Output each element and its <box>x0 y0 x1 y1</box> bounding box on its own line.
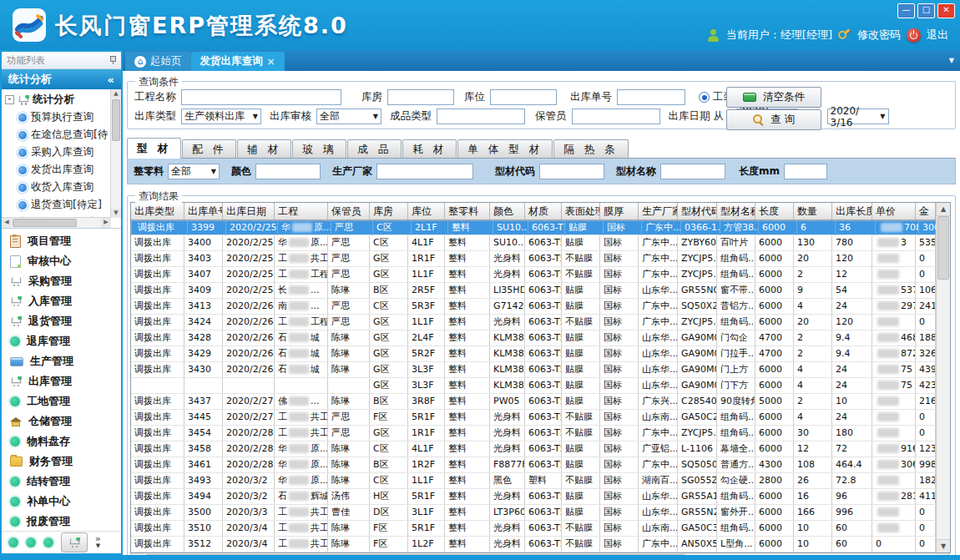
tree-item[interactable]: 采购入库查询 <box>3 144 110 161</box>
column-header-数量[interactable]: 数量 <box>794 203 832 219</box>
sidebar-item-入库管理[interactable]: 入库管理 <box>2 291 121 311</box>
location-input[interactable] <box>490 89 557 105</box>
sidebar-item-审核中心[interactable]: 审核中心 <box>2 251 121 271</box>
sidebar-item-仓储管理[interactable]: 仓储管理 <box>2 411 121 431</box>
sidebar-item-工地管理[interactable]: 工地管理 <box>2 391 121 411</box>
table-row[interactable]: 调拨出库34542020/2/28工共工程严思G区1R1F整料光身料6063-T… <box>131 426 936 441</box>
table-row[interactable]: 调拨出库34092020/2/25长...陈琳B区2R5F整料LI35HD606… <box>131 283 936 299</box>
sidebar-item-退货管理[interactable]: 退货管理 <box>2 311 121 331</box>
sidebar-item-退库管理[interactable]: 退库管理 <box>2 331 121 351</box>
tree-item[interactable]: 发货出库查询 <box>3 161 110 179</box>
close-button[interactable]: ✕ <box>937 3 955 18</box>
table-row[interactable]: 调拨出库34582020/2/28华原...陈琳C区4L1F整料光身料6063-… <box>131 441 936 457</box>
tree-root[interactable]: - 统计分析 <box>3 91 110 108</box>
sidebar-item-出库管理[interactable]: 出库管理 <box>2 371 121 391</box>
sidebar-item-项目管理[interactable]: 项目管理 <box>2 231 121 251</box>
scroll-up-icon[interactable]: ▲ <box>111 89 121 98</box>
table-row[interactable]: 调拨出库34242020/2/26工工程严思G区1L1F整料光身料6063-T5… <box>131 315 936 330</box>
material-tab-1[interactable]: 型 材 <box>127 138 181 159</box>
date-to-picker[interactable]: 2020/ 3/16▼ <box>827 108 889 124</box>
tree-vertical-scrollbar[interactable]: ▲ ▼ <box>110 89 121 218</box>
scrollbar-thumb[interactable] <box>13 219 77 227</box>
column-header-金[interactable]: 金 <box>916 203 936 219</box>
column-header-型材名称[interactable]: 型材名称 <box>717 203 755 219</box>
table-row[interactable]: 调拨出库34302020/2/26石城陈琳G区3L3F整料KLM38176063… <box>131 362 936 378</box>
material-tab-2[interactable]: 配 件 <box>182 139 236 158</box>
collapse-icon[interactable]: « <box>108 73 114 86</box>
green-dot-icon[interactable] <box>26 537 36 547</box>
zhengling-select[interactable]: 全部▼ <box>168 164 220 179</box>
table-row[interactable]: 调拨出库34002020/2/25华原...严思C区4L1F整料SU10...6… <box>131 235 936 251</box>
scrollbar-thumb[interactable] <box>112 99 120 141</box>
column-header-表面处理[interactable]: 表面处理 <box>562 203 600 219</box>
column-header-长度[interactable]: 长度 <box>755 203 794 219</box>
material-tab-7[interactable]: 单 体 型 材 <box>457 139 553 158</box>
order-no-input[interactable] <box>617 89 685 105</box>
logout-button[interactable]: 退出 <box>927 28 948 43</box>
column-header-出库单号[interactable]: 出库单号 <box>184 203 223 219</box>
material-tab-4[interactable]: 玻 璃 <box>292 139 346 158</box>
column-header-出库长度[interactable]: 出库长度 <box>832 203 872 219</box>
tree-item[interactable]: 收货入库查询 <box>3 179 110 196</box>
keeper-input[interactable] <box>572 108 660 124</box>
material-tab-6[interactable]: 耗 材 <box>402 139 457 158</box>
green-dot-icon[interactable] <box>43 537 53 547</box>
sidebar-item-生产管理[interactable]: 生产管理 <box>2 351 121 371</box>
minimize-button[interactable]: — <box>897 3 915 18</box>
table-row[interactable]: 调拨出库34452020/2/27工共工程严思F区5R1F整料光身料6063-T… <box>131 410 936 426</box>
column-header-库房[interactable]: 库房 <box>370 203 408 219</box>
scroll-down-icon[interactable]: ▼ <box>937 539 950 552</box>
maximize-button[interactable]: □ <box>917 3 935 18</box>
sidebar-item-报废管理[interactable]: 报废管理 <box>2 512 121 531</box>
table-row[interactable]: 调拨出库35102020/3/4工共工程陈琳F区5R1F整料光身料6063-T5… <box>131 521 936 537</box>
table-row[interactable]: 调拨出库35122020/3/4工共工程陈琳F区1L2F整料光身料6063-T5… <box>131 537 936 552</box>
cart-shortcut-button[interactable] <box>61 532 88 552</box>
warehouse-input[interactable] <box>387 89 454 105</box>
material-tab-5[interactable]: 成 品 <box>347 139 402 158</box>
column-header-膜厚[interactable]: 膜厚 <box>600 203 639 219</box>
radio-gongzhuang[interactable] <box>699 92 710 103</box>
overflow-chevron[interactable]: »▼ <box>95 536 101 549</box>
section-header[interactable]: 统计分析 « <box>2 69 121 89</box>
grid-vertical-scrollbar[interactable]: ▲ ▼ <box>936 203 950 552</box>
column-header-单价[interactable]: 单价 <box>872 203 916 219</box>
scrollbar-track[interactable] <box>12 218 101 228</box>
column-header-颜色[interactable]: 颜色 <box>490 203 525 219</box>
tree-item[interactable]: 在途信息查询[待 <box>3 126 110 144</box>
tree-item[interactable]: 退货查询[待定] <box>3 196 110 214</box>
outbound-type-select[interactable]: 生产领料出库▼ <box>181 108 261 124</box>
scroll-right-icon[interactable]: ▶ <box>101 218 111 228</box>
project-name-input[interactable] <box>181 89 341 105</box>
column-header-保管员[interactable]: 保管员 <box>328 203 370 219</box>
column-header-生产厂家[interactable]: 生产厂家 <box>639 203 678 219</box>
scroll-up-icon[interactable]: ▲ <box>937 203 950 216</box>
profile-code-input[interactable] <box>539 164 604 179</box>
length-input[interactable] <box>784 164 827 179</box>
column-header-工程[interactable]: 工程 <box>275 203 328 219</box>
table-row[interactable]: 调拨出库34282020/2/26石城陈琳G区2L4F整料KLM38176063… <box>131 330 936 346</box>
table-row[interactable]: 调拨出库34942020/3/2石辉城汤伟H区5R1F整料光身料6063-T5贴… <box>131 489 936 505</box>
sidebar-item-财务管理[interactable]: 财务管理 <box>2 452 121 472</box>
table-row[interactable]: 调拨出库33992020/2/25华原...严思C区2L1F整料SU10...6… <box>131 220 936 235</box>
pin-icon[interactable] <box>109 56 116 64</box>
table-row[interactable]: 调拨出库34612020/2/28华原...陈琳B区1R2F整料F8877FT6… <box>131 457 936 473</box>
search-button[interactable]: 查 询 <box>726 109 821 130</box>
sidebar-item-物料盘存[interactable]: 物料盘存 <box>2 431 121 452</box>
table-row[interactable]: 调拨出库34292020/2/26石城陈琳G区5R2F整料KLM38176063… <box>131 346 936 362</box>
green-dot-icon[interactable] <box>8 537 18 547</box>
scrollbar-thumb[interactable] <box>937 216 949 280</box>
table-row[interactable]: 调拨出库35002020/3/3工共工程曹佳D区3L1F整料LT3P606063… <box>131 505 936 521</box>
tab-close-icon[interactable]: × <box>267 56 275 68</box>
column-header-库位[interactable]: 库位 <box>408 203 445 219</box>
clear-conditions-button[interactable]: 清空条件 <box>726 87 821 108</box>
scroll-left-icon[interactable]: ◀ <box>2 218 12 228</box>
column-header-出库类型[interactable]: 出库类型 <box>131 203 184 219</box>
column-header-整零料[interactable]: 整零料 <box>445 203 490 219</box>
manufacturer-input[interactable] <box>376 164 473 179</box>
sidebar-item-补单中心[interactable]: 补单中心 <box>2 492 121 512</box>
product-type-input[interactable] <box>437 108 525 124</box>
tab-shipment-query[interactable]: 发货出库查询 × <box>191 52 285 71</box>
material-tab-8[interactable]: 隔 热 条 <box>553 139 628 158</box>
change-password-button[interactable]: 修改密码 <box>857 28 901 43</box>
column-header-型材代码[interactable]: 型材代码 <box>678 203 717 219</box>
